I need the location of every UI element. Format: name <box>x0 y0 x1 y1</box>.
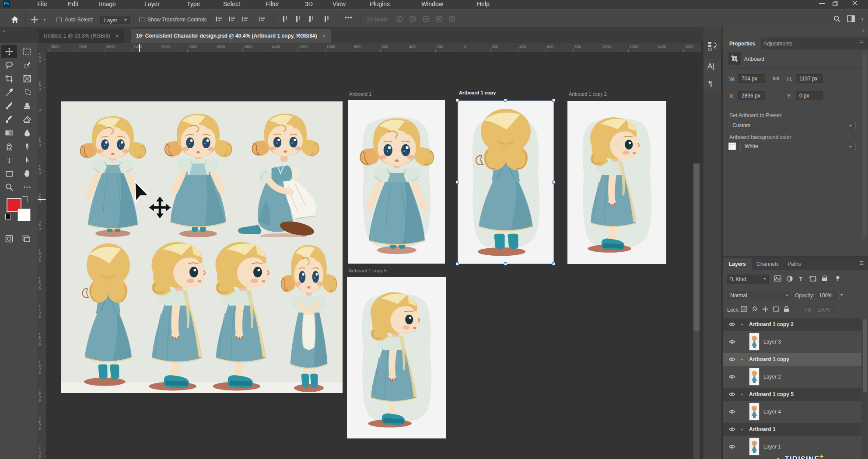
svg-text:T: T <box>7 156 12 164</box>
svg-text:T: T <box>799 275 803 282</box>
